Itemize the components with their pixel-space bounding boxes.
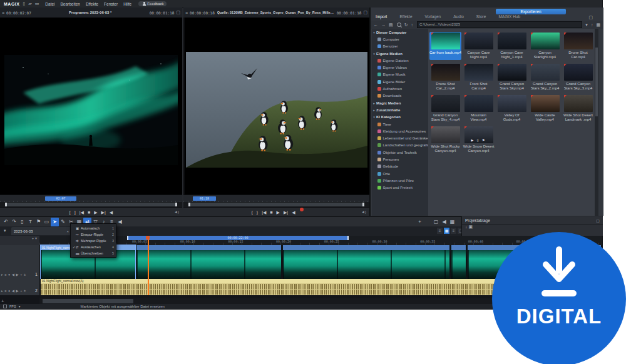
- transport-button[interactable]: |◀: [262, 208, 266, 217]
- chevron-down-icon[interactable]: ▾: [585, 23, 588, 28]
- transport-button[interactable]: ■: [88, 208, 90, 217]
- media-thumb[interactable]: ▶ ▯ ⚑Wide Snow Desert Canyon.mp4: [463, 126, 495, 154]
- video-clip[interactable]: [136, 245, 281, 279]
- track-control-icon[interactable]: +: [20, 289, 22, 293]
- back-icon[interactable]: ←: [374, 23, 378, 27]
- tree-item[interactable]: ▸Zusatzinhalte: [372, 106, 428, 113]
- transport-button[interactable]: ■: [270, 208, 272, 217]
- media-thumb[interactable]: Grand Canyon Stars Sky_4.mp4: [429, 94, 461, 123]
- media-thumb[interactable]: Wide Castle Valley.mp4: [529, 94, 561, 123]
- tree-item[interactable]: Benutzer: [372, 43, 428, 50]
- menu-item-hilfe[interactable]: Hilfe: [123, 2, 131, 6]
- refresh-icon[interactable]: ↻: [404, 23, 408, 28]
- program-scrollbar[interactable]: [0, 202, 182, 207]
- tree-item[interactable]: Eigene Musik: [372, 71, 428, 78]
- marker-icon[interactable]: ⚑: [34, 218, 43, 226]
- media-thumb[interactable]: Canyon Starlight.mp4: [529, 32, 561, 60]
- tree-item[interactable]: Aufnahmen: [372, 85, 428, 92]
- save-project-icon[interactable]: ▭: [35, 1, 39, 6]
- chevron-down-icon[interactable]: ▾: [19, 305, 21, 308]
- feedback-button[interactable]: Feedback: [138, 1, 166, 6]
- transport-button[interactable]: {: [251, 208, 252, 217]
- track-control-icon[interactable]: ▶: [16, 289, 19, 293]
- view-grid-icon[interactable]: ▦: [596, 23, 600, 28]
- media-thumb[interactable]: Front Shot Car.mp4: [463, 63, 495, 91]
- tree-item[interactable]: Downloads: [372, 93, 428, 99]
- tree-item[interactable]: ▾Dieser Computer: [372, 29, 428, 36]
- transport-button[interactable]: ◀: [110, 208, 113, 217]
- folder-up-icon[interactable]: ↑: [411, 23, 414, 27]
- fit-icon[interactable]: ▢: [432, 218, 440, 226]
- new-project-icon[interactable]: ▯: [23, 1, 25, 6]
- menu-item-mehrspur-ripple[interactable]: ⇉Mehrspur-Ripple3: [71, 238, 116, 244]
- menu-item-effekte[interactable]: Effekte: [86, 2, 98, 6]
- path-field[interactable]: C:\Users\...\Videos\2023: [417, 21, 582, 28]
- range-icon[interactable]: ▭: [43, 218, 51, 226]
- track-control-icon[interactable]: ▶: [16, 273, 19, 276]
- source-scrollbar[interactable]: [183, 202, 369, 207]
- track-control-icon[interactable]: ◀: [12, 273, 14, 276]
- import-to-bin-icon[interactable]: ↓: [465, 225, 468, 229]
- add-icon[interactable]: +: [32, 236, 34, 240]
- delete-icon[interactable]: ▯: [18, 218, 26, 226]
- chevron-down-icon[interactable]: ▾: [4, 228, 6, 233]
- grid-icon[interactable]: ▦: [448, 218, 456, 226]
- audio-track-header[interactable]: ▸≡●◀▶+±2: [0, 279, 39, 296]
- menu-item-austauschen[interactable]: ✓⇄Austauschen4: [71, 244, 116, 250]
- view-mode-3-icon[interactable]: ≡: [451, 228, 456, 234]
- tree-item[interactable]: ▾Eigene Medien: [372, 50, 428, 57]
- hamburger-icon[interactable]: ≡: [2, 11, 4, 15]
- timeline-ruler[interactable]: 00:00:22:00 00:00:0500:00:1000:00:1500:0…: [39, 236, 602, 245]
- media-thumb[interactable]: Mountain View.mp4: [463, 94, 495, 123]
- fullscreen-icon[interactable]: ▢: [363, 10, 367, 15]
- tree-item[interactable]: ▾KI Kategorien: [372, 114, 428, 121]
- transport-button[interactable]: }: [257, 208, 258, 217]
- close-icon[interactable]: ▢: [596, 218, 600, 223]
- hamburger-icon[interactable]: ≡: [185, 11, 188, 15]
- speaker-icon[interactable]: ◄): [174, 210, 179, 214]
- close-icon[interactable]: ×: [66, 230, 69, 233]
- tree-item[interactable]: Pflanzen und Pilze: [372, 177, 428, 184]
- media-thumb[interactable]: Canyon Cave Night.mp4: [463, 32, 495, 60]
- status-checkbox[interactable]: [3, 305, 7, 308]
- title-text-icon[interactable]: T: [26, 218, 34, 226]
- transport-button[interactable]: ◀: [292, 208, 295, 217]
- media-thumb[interactable]: Canyon Cave Night_1.mp4: [496, 32, 528, 60]
- track-control-icon[interactable]: ●: [8, 273, 10, 276]
- media-thumb[interactable]: Valley Of Gods.mp4: [496, 94, 528, 123]
- chevron-down-icon[interactable]: ▾: [35, 236, 37, 240]
- tree-item[interactable]: Eigene Bilder: [372, 78, 428, 85]
- track-control-icon[interactable]: ▸: [1, 289, 3, 293]
- pencil-icon[interactable]: ✎: [59, 218, 67, 226]
- redo-icon[interactable]: ↷: [10, 218, 18, 226]
- menu-item-fenster[interactable]: Fenster: [104, 2, 118, 6]
- media-thumb[interactable]: Car from back.mp4: [429, 32, 461, 60]
- record-button[interactable]: [300, 208, 304, 211]
- add-track-button[interactable]: +: [1, 298, 4, 304]
- collapse-left-icon[interactable]: ◀: [116, 218, 124, 226]
- tree-item[interactable]: Kleidung und Accessoires: [372, 128, 428, 134]
- transport-button[interactable]: ▶|: [284, 208, 288, 217]
- view-mode-2-icon[interactable]: ▦: [444, 228, 449, 234]
- track-control-icon[interactable]: ▸: [1, 273, 3, 276]
- timeline-tab[interactable]: 2023-06-03 ×: [11, 227, 71, 235]
- transport-button[interactable]: ▶|: [101, 208, 106, 217]
- track-control-icon[interactable]: ◀: [12, 289, 14, 293]
- track-control-icon[interactable]: ±: [24, 289, 26, 293]
- transport-button[interactable]: ]: [74, 208, 76, 217]
- transport-button[interactable]: |◀: [80, 208, 84, 217]
- transport-button[interactable]: ▶: [94, 208, 97, 217]
- tree-item[interactable]: Eigene Videos: [372, 64, 428, 71]
- menu-item-datei[interactable]: Datei: [45, 2, 54, 6]
- playhead-marker[interactable]: [146, 236, 150, 240]
- panel-options-icon[interactable]: ▢: [588, 15, 593, 20]
- view-mode-1-icon[interactable]: ≡: [437, 228, 443, 234]
- search-icon[interactable]: [397, 23, 401, 27]
- track-control-icon[interactable]: ≡: [4, 273, 6, 276]
- program-range[interactable]: 02:07: [45, 196, 76, 201]
- media-thumb[interactable]: Drone Shot Car.mp4: [562, 32, 594, 60]
- transport-button[interactable]: ▶: [277, 208, 280, 217]
- media-pool-scrollbar[interactable]: [595, 29, 598, 216]
- tree-item[interactable]: Sport und Freizeit: [372, 185, 428, 191]
- zoom-out-icon[interactable]: [424, 218, 432, 226]
